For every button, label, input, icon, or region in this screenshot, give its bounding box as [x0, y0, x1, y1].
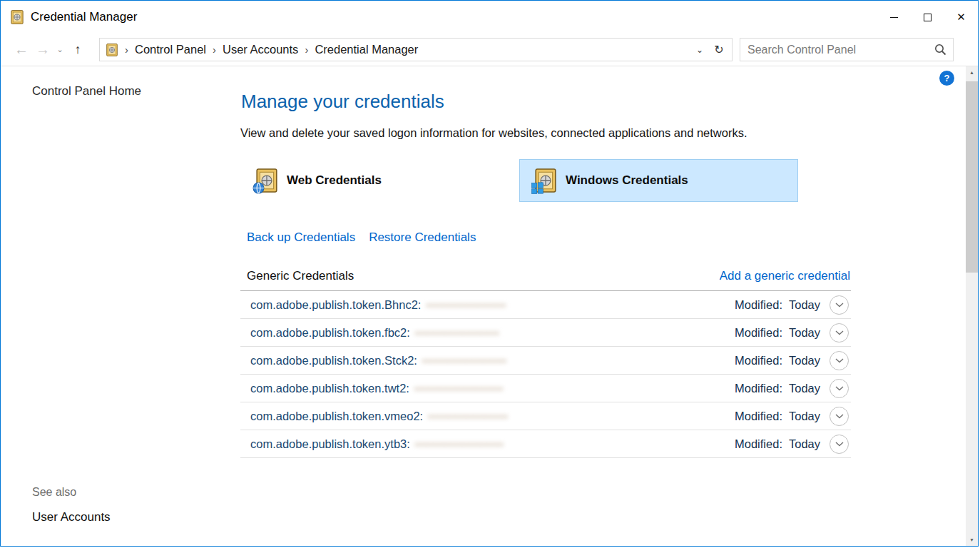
- credential-row-meta: Modified: Today: [735, 295, 851, 315]
- refresh-icon: ↻: [714, 44, 723, 56]
- expand-credential-button[interactable]: [830, 323, 849, 342]
- back-button[interactable]: ←: [11, 41, 32, 58]
- credential-row: com.adobe.publish.token.Stck2: •••••••••…: [240, 347, 851, 375]
- minimize-button[interactable]: [877, 1, 911, 34]
- breadcrumb-separator-icon: ›: [298, 44, 315, 56]
- search-input[interactable]: [740, 44, 927, 56]
- expand-credential-button[interactable]: [830, 351, 849, 370]
- credential-value-redacted: ••••••••••••••••••: [426, 299, 506, 311]
- generic-credentials-header: Generic Credentials Add a generic creden…: [240, 269, 851, 291]
- scroll-down-button[interactable]: ▾: [966, 534, 978, 546]
- tab-web-credentials[interactable]: Web Credentials: [240, 159, 519, 202]
- credential-row: com.adobe.publish.token.ytb3: ••••••••••…: [240, 430, 851, 458]
- credential-row: com.adobe.publish.token.twt2: ••••••••••…: [240, 375, 851, 402]
- search-icon: [934, 44, 946, 56]
- address-dropdown-button[interactable]: ⌄: [690, 45, 709, 55]
- up-button[interactable]: ↑: [66, 42, 89, 57]
- credential-name: com.adobe.publish.token.fbc2:: [250, 326, 410, 340]
- web-credentials-vault-globe-icon: [255, 168, 279, 193]
- window-controls: ✕: [877, 1, 978, 34]
- modified-value: Today: [789, 382, 820, 395]
- recent-pages-button[interactable]: ⌄: [53, 45, 66, 54]
- credential-name: com.adobe.publish.token.twt2:: [250, 382, 409, 395]
- chevron-down-icon: [835, 442, 844, 447]
- scrollbar-thumb[interactable]: [966, 81, 978, 273]
- breadcrumb-user-accounts[interactable]: User Accounts: [223, 43, 298, 56]
- modified-value: Today: [789, 326, 820, 340]
- credential-value-redacted: ••••••••••••••••••••: [414, 382, 504, 395]
- credential-row: com.adobe.publish.token.Bhnc2: •••••••••…: [240, 291, 851, 319]
- credential-value-redacted: •••••••••••••••••••: [415, 327, 500, 339]
- chevron-down-icon: [835, 303, 844, 308]
- maximize-button[interactable]: [911, 1, 944, 34]
- maximize-icon: [924, 14, 931, 21]
- titlebar: Credential Manager ✕: [1, 1, 978, 34]
- sidebar-item-user-accounts[interactable]: User Accounts: [32, 510, 111, 524]
- page-description: View and delete your saved logon informa…: [240, 126, 851, 141]
- forward-button[interactable]: →: [32, 41, 53, 58]
- location-vault-icon: [106, 44, 118, 56]
- restore-credentials-link[interactable]: Restore Credentials: [369, 230, 476, 245]
- backup-credentials-link[interactable]: Back up Credentials: [247, 230, 355, 245]
- add-generic-credential-link[interactable]: Add a generic credential: [720, 269, 850, 283]
- navigation-bar: ← → ⌄ ↑ › Control Panel › User Accounts …: [1, 34, 978, 66]
- breadcrumb-separator-icon: ›: [118, 44, 135, 56]
- modified-label: Modified:: [735, 326, 782, 340]
- vertical-scrollbar[interactable]: ▴ ▾: [966, 66, 978, 546]
- modified-value: Today: [789, 410, 820, 423]
- minimize-icon: [890, 17, 898, 18]
- scroll-down-icon: ▾: [970, 537, 973, 543]
- expand-credential-button[interactable]: [830, 379, 849, 398]
- credential-row-meta: Modified: Today: [735, 351, 851, 370]
- modified-value: Today: [789, 298, 820, 312]
- section-title: Generic Credentials: [247, 269, 354, 283]
- address-bar[interactable]: › Control Panel › User Accounts › Creden…: [99, 38, 733, 61]
- windows-credentials-vault-windows-icon: [534, 168, 558, 193]
- chevron-down-icon: [835, 414, 844, 419]
- modified-value: Today: [789, 354, 820, 367]
- see-also-label: See also: [32, 486, 76, 499]
- credential-row: com.adobe.publish.token.vmeo2: •••••••••…: [240, 402, 851, 430]
- credential-actions: Back up Credentials Restore Credentials: [240, 230, 851, 245]
- refresh-button[interactable]: ↻: [709, 43, 729, 56]
- modified-value: Today: [789, 437, 820, 451]
- credential-value-redacted: ••••••••••••••••••: [428, 410, 509, 422]
- credential-row-meta: Modified: Today: [735, 323, 851, 342]
- credential-row-meta: Modified: Today: [735, 379, 851, 398]
- help-icon: ?: [944, 73, 950, 83]
- credential-value-redacted: •••••••••••••••••••: [422, 355, 507, 367]
- scroll-up-button[interactable]: ▴: [966, 66, 978, 78]
- forward-icon: →: [36, 41, 50, 58]
- modified-label: Modified:: [735, 298, 782, 312]
- modified-label: Modified:: [735, 354, 782, 367]
- expand-credential-button[interactable]: [830, 435, 849, 454]
- breadcrumb-separator-icon: ›: [206, 44, 223, 56]
- credential-value-redacted: ••••••••••••••••••••: [415, 438, 504, 450]
- modified-label: Modified:: [735, 410, 782, 423]
- credential-row-meta: Modified: Today: [735, 407, 851, 426]
- modified-label: Modified:: [735, 437, 782, 451]
- credential-name: com.adobe.publish.token.Stck2:: [250, 354, 417, 367]
- modified-label: Modified:: [735, 382, 782, 395]
- expand-credential-button[interactable]: [830, 295, 849, 315]
- window-title: Credential Manager: [31, 10, 137, 24]
- breadcrumb-control-panel[interactable]: Control Panel: [135, 43, 206, 56]
- credential-manager-app-icon: [10, 10, 24, 24]
- breadcrumb-credential-manager[interactable]: Credential Manager: [315, 43, 418, 56]
- back-icon: ←: [14, 41, 29, 58]
- help-button[interactable]: ?: [939, 71, 954, 86]
- sidebar-item-control-panel-home[interactable]: Control Panel Home: [32, 84, 141, 98]
- credential-row: com.adobe.publish.token.fbc2: ••••••••••…: [240, 319, 851, 347]
- tab-windows-credentials[interactable]: Windows Credentials: [519, 159, 798, 202]
- chevron-down-icon: [835, 358, 844, 363]
- expand-credential-button[interactable]: [830, 407, 849, 426]
- tab-label: Windows Credentials: [566, 173, 688, 188]
- credential-name: com.adobe.publish.token.ytb3:: [250, 437, 410, 451]
- chevron-down-icon: [835, 386, 844, 391]
- credential-name: com.adobe.publish.token.vmeo2:: [250, 410, 423, 423]
- search-button[interactable]: [927, 39, 953, 61]
- close-button[interactable]: ✕: [944, 1, 978, 34]
- main-panel: Manage your credentials View and delete …: [240, 66, 851, 458]
- page-title: Manage your credentials: [241, 90, 851, 113]
- tab-label: Web Credentials: [287, 173, 382, 188]
